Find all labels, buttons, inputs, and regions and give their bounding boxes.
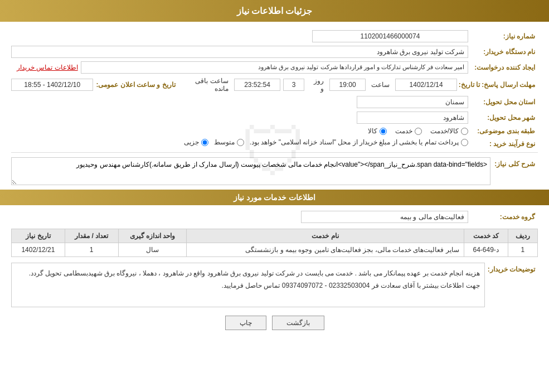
توضیحات-row: توضیحات خریدار: هزینه انجام خدمت بر عهده… <box>11 263 538 307</box>
توضیحات-value: هزینه انجام خدمت بر عهده پیمانکار می باش… <box>11 263 485 307</box>
radio-کالا-input[interactable] <box>380 128 387 135</box>
radio-متوسط: متوسط <box>214 138 244 146</box>
نام-دستگاه-label: نام دستگاه خریدار: <box>471 48 538 56</box>
col-واحد: واحد اندازه گیری <box>118 229 187 243</box>
ساعت-مانده-label: ساعت باقی مانده <box>181 77 231 93</box>
شماره-نیاز-label: شماره نیاز: <box>471 32 538 40</box>
col-تاریخ: تاریخ نیاز <box>12 229 65 243</box>
اطلاعات-تماس-link[interactable]: اطلاعات تماس خریدار <box>17 64 78 71</box>
ایجاد-کننده-row: ایجاد کننده درخواست: امیر سعادت فر کارشن… <box>11 61 538 74</box>
توضیحات-label: توضیحات خریدار: <box>488 263 538 273</box>
گروه-خدمت-label: گروه خدمت: <box>471 213 538 221</box>
table-row: 1 د-649-64 سایر فعالیت‌های خدمات مالی، ب… <box>12 243 538 257</box>
روز-label: روز و <box>307 77 327 93</box>
radio-جزیی: جزیی <box>184 138 208 146</box>
شهر-value: شاهرود <box>357 112 468 124</box>
cell-تعداد: 1 <box>65 243 118 257</box>
خدمات-section-title: اطلاعات خدمات مورد نیاز <box>0 190 549 205</box>
cell-تاریخ: 1402/12/21 <box>12 243 65 257</box>
ایجاد-کننده-value: امیر سعادت فر کارشناس تدارکات و امور قرا… <box>81 61 468 74</box>
شماره-نیاز-value: 1102001466000074 <box>312 30 468 42</box>
خدمات-table-section: ردیف کد خدمت نام خدمت واحد اندازه گیری ت… <box>11 229 538 257</box>
تاریخ-مهلت-value: 1402/12/14 <box>395 79 457 91</box>
radio-اسناد-خزانه: پرداخت تمام یا بخشی از مبلغ خریدار از مح… <box>250 138 468 146</box>
back-button[interactable]: بازگشت <box>272 316 324 330</box>
شهر-row: شهر محل تحویل: شاهرود <box>11 112 538 124</box>
ساعت-مانده-value: 23:52:54 <box>234 79 280 91</box>
استان-value: سمنان <box>357 96 468 108</box>
radio-متوسط-input[interactable] <box>237 139 244 146</box>
فرایند-radio-group: پرداخت تمام یا بخشی از مبلغ خریدار از مح… <box>184 138 468 146</box>
گروه-خدمت-value: فعالیت‌های مالی و بیمه <box>301 211 468 223</box>
نام-دستگاه-value: شرکت تولید نیروی برق شاهرود <box>11 46 468 58</box>
خدمات-table: ردیف کد خدمت نام خدمت واحد اندازه گیری ت… <box>11 229 538 257</box>
cell-کد-خدمت: د-649-64 <box>464 243 508 257</box>
radio-کالا-label: کالا <box>368 127 377 135</box>
radio-کالا: کالا <box>368 127 387 135</box>
ساعت-value: 19:00 <box>329 79 366 91</box>
فرایند-row: نوع فرآیند خرید : پرداخت تمام یا بخشی از… <box>11 138 538 148</box>
شرح-نیاز-row: شرح کلی نیاز: <span data-bind="fields.شر… <box>11 157 538 185</box>
مهلت-ارسال-row: مهلت ارسال پاسخ: تا تاریخ: 1402/12/14 سا… <box>11 77 538 93</box>
شرح-نیاز-textarea[interactable]: <span data-bind="fields.شرح_نیاز_value">… <box>11 157 490 185</box>
radio-کالا/خدمت: کالا/خدمت <box>430 127 468 135</box>
روز-value: 3 <box>283 79 304 91</box>
radio-کالا/خدمت-label: کالا/خدمت <box>430 127 459 135</box>
page-title: جزئیات اطلاعات نیاز <box>237 6 313 16</box>
cell-واحد: سال <box>118 243 187 257</box>
شماره-نیاز-row: شماره نیاز: 1102001466000074 <box>11 30 538 42</box>
گروه-خدمت-row: گروه خدمت: فعالیت‌های مالی و بیمه <box>11 211 538 223</box>
شهر-label: شهر محل تحویل: <box>471 114 538 122</box>
print-button[interactable]: چاپ <box>225 316 266 330</box>
col-ردیف: ردیف <box>508 229 537 243</box>
radio-اسناد-خزانه-input[interactable] <box>461 139 468 146</box>
col-نام-خدمت: نام خدمت <box>187 229 464 243</box>
button-row: بازگشت چاپ <box>11 316 538 330</box>
radio-کالا/خدمت-input[interactable] <box>461 128 468 135</box>
cell-ردیف: 1 <box>508 243 537 257</box>
col-تعداد: تعداد / مقدار <box>65 229 118 243</box>
radio-جزیی-input[interactable] <box>201 139 208 146</box>
cell-نام-خدمت: سایر فعالیت‌های خدمات مالی، بجز فعالیت‌ه… <box>187 243 464 257</box>
استان-label: استان محل تحویل: <box>471 98 538 106</box>
نام-دستگاه-row: نام دستگاه خریدار: شرکت تولید نیروی برق … <box>11 46 538 58</box>
استان-row: استان محل تحویل: سمنان <box>11 96 538 108</box>
تاریخ-اعلان-label: تاریخ و ساعت اعلان عمومی: <box>96 81 175 89</box>
separator-1 <box>11 152 538 153</box>
طبقه-row: طبقه بندی موضوعی: کالا/خدمت خدمت کالا <box>11 127 538 135</box>
radio-خدمت-input[interactable] <box>415 128 422 135</box>
فرایند-label: نوع فرآیند خرید : <box>471 138 538 148</box>
ساعت-label: ساعت <box>368 81 392 89</box>
طبقه-label: طبقه بندی موضوعی: <box>471 127 538 135</box>
radio-جزیی-label: جزیی <box>184 138 199 146</box>
مهلت-ارسال-label: مهلت ارسال پاسخ: تا تاریخ: <box>460 81 538 89</box>
شرح-نیاز-label: شرح کلی نیاز: <box>493 157 538 168</box>
radio-خدمت: خدمت <box>395 127 422 135</box>
col-کد-خدمت: کد خدمت <box>464 229 508 243</box>
page-header: جزئیات اطلاعات نیاز <box>0 0 549 22</box>
radio-اسناد-خزانه-label: پرداخت تمام یا بخشی از مبلغ خریدار از مح… <box>250 138 459 146</box>
radio-خدمت-label: خدمت <box>395 127 412 135</box>
تاریخ-اعلان-value: 1402/12/10 - 18:55 <box>11 79 93 91</box>
radio-متوسط-label: متوسط <box>214 138 235 146</box>
ایجاد-کننده-label: ایجاد کننده درخواست: <box>471 64 538 71</box>
طبقه-radio-group: کالا/خدمت خدمت کالا <box>368 127 468 135</box>
